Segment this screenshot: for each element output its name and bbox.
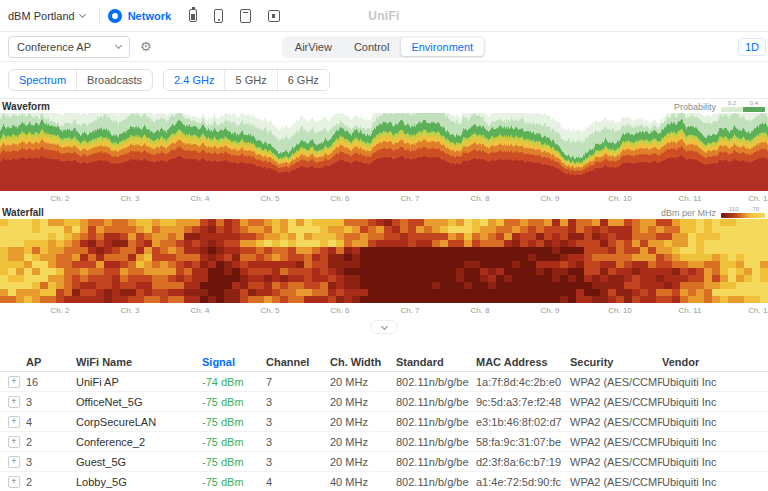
table-row[interactable]: +2Lobby_5G-75 dBm440 MHz802.11n/b/g/bea1… — [0, 472, 768, 491]
signal-cell: -75 dBm — [202, 396, 266, 408]
column-header-vendor[interactable]: Vendor — [662, 356, 768, 368]
tab-broadcasts[interactable]: Broadcasts — [76, 70, 152, 90]
view-mode-tabs: AirViewControlEnvironment — [282, 36, 486, 58]
channel-cell: 3 — [266, 436, 330, 448]
column-header-standard[interactable]: Standard — [396, 356, 476, 368]
tab-6-ghz[interactable]: 6 GHz — [277, 70, 329, 90]
axis-label: Ch. 10 — [608, 194, 632, 203]
security-cell: WPA2 (AES/CCMP) — [570, 436, 662, 448]
probability-legend: Probability 0.20.4 — [674, 100, 765, 112]
signal-cell: -75 dBm — [202, 416, 266, 428]
column-header-signal[interactable]: Signal — [202, 356, 266, 368]
axis-label: Ch. 6 — [330, 306, 349, 315]
tab-airview[interactable]: AirView — [284, 38, 343, 56]
ap-selector-value: Conference AP — [17, 41, 91, 53]
gear-icon[interactable]: ⚙ — [140, 40, 152, 53]
expand-row-button[interactable]: + — [8, 476, 20, 488]
tab-environment[interactable]: Environment — [400, 38, 484, 56]
tab-5-ghz[interactable]: 5 GHz — [224, 70, 276, 90]
channel-cell: 3 — [266, 416, 330, 428]
table-row[interactable]: +16UniFi AP-74 dBm720 MHz802.11n/b/g/be1… — [0, 372, 768, 392]
phone-icon[interactable] — [214, 9, 223, 23]
table-row[interactable]: +2Conference_2-75 dBm320 MHz802.11n/b/g/… — [0, 432, 768, 452]
security-cell: WPA2 (AES/CCMP) — [570, 416, 662, 428]
signal-cell: -75 dBm — [202, 436, 266, 448]
column-header-channel[interactable]: Channel — [266, 356, 330, 368]
wifi-name-cell: Conference_2 — [76, 436, 202, 448]
subtabs-row: SpectrumBroadcasts 2.4 GHz5 GHz6 GHz — [0, 62, 768, 99]
time-range-button[interactable]: 1D — [738, 38, 766, 56]
waveform-section: Waveform Probability 0.20.4 Ch. 1Ch. 2Ch… — [0, 99, 768, 205]
signal-cell: -75 dBm — [202, 456, 266, 468]
vendor-cell: Ubiquiti Inc — [662, 396, 768, 408]
network-logo-icon — [108, 9, 122, 23]
standard-cell: 802.11n/b/g/be — [396, 476, 476, 488]
column-header-mac-address[interactable]: MAC Address — [476, 356, 570, 368]
expand-row-button[interactable]: + — [8, 456, 20, 468]
battery-icon[interactable] — [189, 9, 197, 22]
ap-count-cell: 2 — [26, 436, 76, 448]
mac-address-cell: 1a:7f:8d:4c:2b:e0 — [476, 376, 570, 388]
signal-cell: -75 dBm — [202, 476, 266, 488]
channel-cell: 4 — [266, 476, 330, 488]
table-row[interactable]: +3Guest_5G-75 dBm320 MHz802.11n/b/g/bed2… — [0, 452, 768, 472]
legend-tick: -110 — [727, 206, 739, 213]
axis-label: Ch. 5 — [260, 306, 279, 315]
standard-cell: 802.11n/b/g/be — [396, 456, 476, 468]
probability-legend-bar — [721, 107, 765, 112]
mac-address-cell: a1:4e:72:5d:90:fc — [476, 476, 570, 488]
wifi-name-cell: UniFi AP — [76, 376, 202, 388]
console-icon[interactable] — [268, 10, 280, 22]
expand-row-button[interactable]: + — [8, 396, 20, 408]
waveform-chart[interactable] — [0, 113, 768, 191]
tab-spectrum[interactable]: Spectrum — [9, 70, 76, 90]
tab-2-4-ghz[interactable]: 2.4 GHz — [164, 70, 224, 90]
spectrum-tabs: SpectrumBroadcasts — [8, 69, 153, 91]
console-title: UniFi — [368, 9, 400, 23]
table-row[interactable]: +4CorpSecureLAN-75 dBm320 MHz802.11n/b/g… — [0, 412, 768, 432]
ap-count-cell: 4 — [26, 416, 76, 428]
tablet-icon[interactable] — [240, 9, 251, 23]
axis-label: Ch. 4 — [190, 306, 209, 315]
axis-label: Ch. 3 — [120, 306, 139, 315]
axis-label: Ch. 9 — [540, 306, 559, 315]
dbm-legend-bar — [721, 213, 765, 218]
ch-width-cell: 20 MHz — [330, 436, 396, 448]
column-header-security[interactable]: Security — [570, 356, 662, 368]
expand-row-button[interactable]: + — [8, 436, 20, 448]
axis-label: Ch. 5 — [260, 194, 279, 203]
ch-width-cell: 20 MHz — [330, 376, 396, 388]
standard-cell: 802.11n/b/g/be — [396, 376, 476, 388]
tab-control[interactable]: Control — [343, 38, 400, 56]
waterfall-chart[interactable] — [0, 219, 768, 303]
column-header-ap[interactable]: AP — [26, 356, 76, 368]
expand-row-button[interactable]: + — [8, 376, 20, 388]
ch-width-cell: 40 MHz — [330, 476, 396, 488]
ap-selector[interactable]: Conference AP — [8, 36, 130, 58]
ch-width-cell: 20 MHz — [330, 396, 396, 408]
column-header-wifi-name[interactable]: WiFi Name — [76, 356, 202, 368]
site-selector[interactable]: dBM Portland — [2, 10, 91, 22]
app-icons-group — [189, 9, 280, 23]
topbar: dBM Portland Network UniFi — [0, 0, 768, 32]
axis-label: Ch. 2 — [50, 194, 69, 203]
channel-cell: 3 — [266, 396, 330, 408]
standard-cell: 802.11n/b/g/be — [396, 396, 476, 408]
column-header-ch-width[interactable]: Ch. Width — [330, 356, 396, 368]
mac-address-cell: e3:1b:46:8f:02:d7 — [476, 416, 570, 428]
axis-label: Ch. 7 — [400, 194, 419, 203]
dbm-legend-label: dBm per MHz — [661, 208, 716, 218]
axis-label: Ch. 12 — [748, 306, 768, 315]
axis-label: Ch. 8 — [470, 194, 489, 203]
vendor-cell: Ubiquiti Inc — [662, 476, 768, 488]
ch-width-cell: 20 MHz — [330, 416, 396, 428]
vendor-cell: Ubiquiti Inc — [662, 416, 768, 428]
channel-cell: 3 — [266, 456, 330, 468]
standard-cell: 802.11n/b/g/be — [396, 416, 476, 428]
mac-address-cell: 58:fa:9c:31:07:be — [476, 436, 570, 448]
network-app-tab[interactable]: Network — [108, 9, 171, 23]
collapse-table-button[interactable] — [370, 320, 398, 334]
expand-row-button[interactable]: + — [8, 416, 20, 428]
wifi-name-cell: CorpSecureLAN — [76, 416, 202, 428]
table-row[interactable]: +3OfficeNet_5G-75 dBm320 MHz802.11n/b/g/… — [0, 392, 768, 412]
